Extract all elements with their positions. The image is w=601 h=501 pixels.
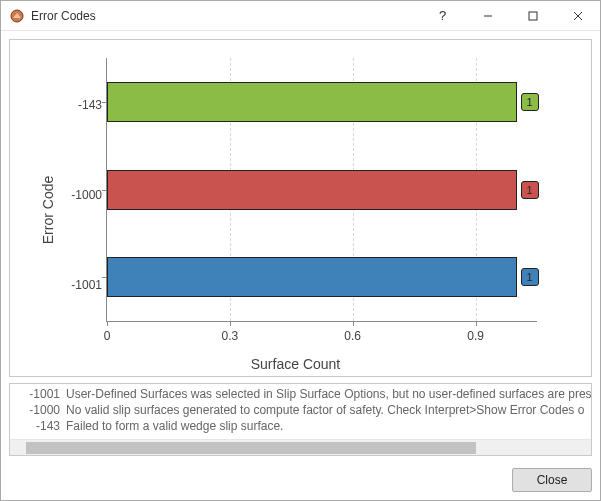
description-codes-col: -1001 -1000 -143 [10, 386, 66, 439]
bar-value-label: 1 [521, 181, 539, 199]
bar-value-label: 1 [521, 268, 539, 286]
close-window-button[interactable] [555, 1, 600, 30]
x-tick-label: 0.6 [344, 329, 361, 343]
help-button[interactable]: ? [420, 1, 465, 30]
y-axis-label: Error Code [40, 176, 56, 244]
minimize-button[interactable] [465, 1, 510, 30]
description-code: -1001 [10, 386, 60, 402]
bar [107, 257, 517, 297]
bar-track: 1 [107, 257, 537, 297]
scrollbar-thumb[interactable] [26, 442, 476, 454]
svg-rect-2 [529, 12, 537, 20]
app-icon [9, 8, 25, 24]
description-text: No valid slip surfaces generated to comp… [66, 402, 591, 418]
titlebar: Error Codes ? [1, 1, 600, 31]
description-text: User-Defined Surfaces was selected in Sl… [66, 386, 591, 402]
bar-track: 1 [107, 82, 537, 122]
description-code: -1000 [10, 402, 60, 418]
y-tick-label: -1000 [62, 188, 102, 202]
plot-area: 00.30.60.9111 [106, 58, 537, 322]
x-axis-label: Surface Count [251, 356, 341, 372]
footer: Close [1, 464, 600, 500]
chart-panel: Error Code -143 -1000 -1001 00.30.60.911… [9, 39, 592, 377]
y-tick-label: -1001 [62, 278, 102, 292]
bar [107, 170, 517, 210]
y-tick-label: -143 [62, 98, 102, 112]
x-tick-label: 0.3 [222, 329, 239, 343]
description-panel: -1001 -1000 -143 User-Defined Surfaces w… [9, 383, 592, 456]
description-text: Failed to form a valid wedge slip surfac… [66, 418, 591, 434]
description-text-col: User-Defined Surfaces was selected in Sl… [66, 386, 591, 439]
x-tick-label: 0 [104, 329, 111, 343]
horizontal-scrollbar[interactable] [10, 439, 591, 455]
x-tick-label: 0.9 [467, 329, 484, 343]
bar-track: 1 [107, 170, 537, 210]
maximize-button[interactable] [510, 1, 555, 30]
description-code: -143 [10, 418, 60, 434]
bar-value-label: 1 [521, 93, 539, 111]
window-title: Error Codes [31, 9, 96, 23]
dialog-window: Error Codes ? Error Code -143 -1000 -100… [0, 0, 601, 501]
content-area: Error Code -143 -1000 -1001 00.30.60.911… [1, 31, 600, 464]
bar [107, 82, 517, 122]
close-button[interactable]: Close [512, 468, 592, 492]
